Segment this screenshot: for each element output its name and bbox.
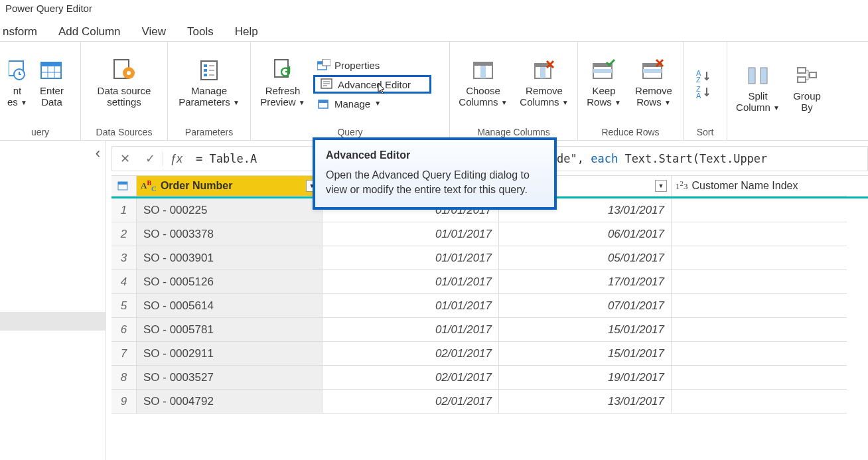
menu-tools[interactable]: Tools [187,25,214,38]
filter-icon[interactable]: ▼ [655,180,667,192]
table-row[interactable]: 9SO - 000479202/01/201713/01/2017 [111,390,868,414]
cell-customer-index[interactable] [672,270,847,294]
cell-date-1[interactable]: 02/01/2017 [323,390,499,414]
cell-order-number[interactable]: SO - 0005614 [137,294,323,318]
svg-rect-32 [540,67,545,78]
table-row[interactable]: 2SO - 000337801/01/201706/01/2017 [111,222,868,246]
cell-date-1[interactable]: 01/01/2017 [323,270,499,294]
cell-order-number[interactable]: SO - 000225 [137,198,323,222]
table-row[interactable]: 5SO - 000561401/01/201707/01/2017 [111,294,868,318]
svg-rect-47 [810,72,816,78]
cell-order-number[interactable]: SO - 0003901 [137,246,323,270]
sort-desc-button[interactable]: ZA [696,85,715,100]
split-column-button[interactable]: SplitColumn ▼ [731,62,784,117]
query-item[interactable] [0,312,106,331]
menu-transform[interactable]: nsform [3,25,37,38]
row-number: 4 [111,270,137,294]
cursor-icon [378,83,387,94]
cell-order-number[interactable]: SO - 0002911 [137,342,323,366]
cell-customer-index[interactable] [672,390,847,414]
cell-order-number[interactable]: SO - 0004792 [137,390,323,414]
cell-date-2[interactable]: 13/01/2017 [499,390,672,414]
menu-bar: nsform Add Column View Tools Help [0,20,868,41]
cell-date-2[interactable]: 17/01/2017 [499,270,672,294]
menu-help[interactable]: Help [235,25,258,38]
sort-asc-icon: AZ [696,69,715,84]
collapse-queries-button[interactable]: ‹ [90,141,106,166]
advanced-editor-button[interactable]: Advanced Editor [313,75,431,94]
cell-date-1[interactable]: 01/01/2017 [323,318,499,342]
recent-icon [9,58,26,82]
cancel-formula-button[interactable]: ✕ [112,151,137,166]
enter-data-button[interactable]: EnterData [33,57,70,112]
manage-button[interactable]: Manage ▼ [313,96,431,111]
cell-customer-index[interactable] [672,342,847,366]
svg-rect-46 [798,77,806,82]
cell-date-1[interactable]: 01/01/2017 [323,246,499,270]
table-row[interactable]: 7SO - 000291102/01/201715/01/2017 [111,342,868,366]
menu-view[interactable]: View [142,25,167,38]
row-number: 1 [111,198,137,222]
column-header-customer-name-index[interactable]: 123 Customer Name Index [672,176,847,196]
data-source-icon [111,58,137,82]
properties-icon [317,59,330,71]
group-by-button[interactable]: GroupBy [787,62,827,117]
recent-sources-button[interactable]: ntes ▼ [4,57,31,112]
parameters-icon [197,58,221,82]
cell-date-2[interactable]: 15/01/2017 [499,318,672,342]
cell-date-1[interactable]: 02/01/2017 [323,342,499,366]
sort-asc-button[interactable]: AZ [696,69,715,84]
cell-date-2[interactable]: 06/01/2017 [499,222,672,246]
text-type-icon: ABC [141,179,157,192]
cell-date-2[interactable]: 07/01/2017 [499,294,672,318]
cell-customer-index[interactable] [672,318,847,342]
svg-rect-28 [474,62,492,66]
window-title: Power Query Editor [0,0,868,20]
cell-customer-index[interactable] [672,366,847,390]
select-all-corner[interactable] [111,176,137,196]
svg-rect-20 [323,59,330,66]
row-number: 9 [111,390,137,414]
cell-order-number[interactable]: SO - 0005126 [137,270,323,294]
queries-pane: ‹ [0,141,106,460]
svg-rect-26 [319,100,328,103]
commit-formula-button[interactable]: ✓ [137,151,163,166]
keep-rows-button[interactable]: KeepRows ▼ [582,57,626,112]
svg-rect-29 [480,66,486,78]
table-row[interactable]: 4SO - 000512601/01/201717/01/2017 [111,270,868,294]
cell-date-1[interactable]: 01/01/2017 [323,222,499,246]
cell-date-2[interactable]: 15/01/2017 [499,342,672,366]
refresh-preview-button[interactable]: RefreshPreview ▼ [255,57,311,112]
remove-rows-button[interactable]: RemoveRows ▼ [628,57,679,112]
cell-order-number[interactable]: SO - 0003527 [137,366,323,390]
remove-columns-button[interactable]: RemoveColumns ▼ [515,57,573,112]
cell-date-1[interactable]: 02/01/2017 [323,366,499,390]
cell-customer-index[interactable] [672,294,847,318]
svg-text:A: A [696,92,701,100]
svg-rect-35 [593,69,612,73]
column-header-order-number[interactable]: ABC Order Number ▼ [137,176,323,196]
cell-customer-index[interactable] [672,222,847,246]
table-row[interactable]: 6SO - 000578101/01/201715/01/2017 [111,318,868,342]
svg-rect-49 [118,182,127,185]
choose-columns-button[interactable]: ChooseColumns ▼ [454,57,512,112]
menu-add-column[interactable]: Add Column [58,25,121,38]
cell-order-number[interactable]: SO - 0005781 [137,318,323,342]
row-number: 3 [111,246,137,270]
svg-rect-12 [204,69,207,72]
group-by-icon [795,64,819,88]
cell-order-number[interactable]: SO - 0003378 [137,222,323,246]
data-source-settings-button[interactable]: Data sourcesettings [85,57,163,112]
svg-rect-13 [204,74,207,76]
properties-button[interactable]: Properties [313,58,431,72]
manage-parameters-button[interactable]: ManageParameters ▼ [172,57,246,112]
cell-date-1[interactable]: 01/01/2017 [323,294,499,318]
cell-date-2[interactable]: 05/01/2017 [499,246,672,270]
cell-date-2[interactable]: 19/01/2017 [499,366,672,390]
cell-customer-index[interactable] [672,198,847,222]
row-number: 7 [111,342,137,366]
cell-customer-index[interactable] [672,246,847,270]
group-label-parameters: Parameters [172,125,246,140]
table-row[interactable]: 3SO - 000390101/01/201705/01/2017 [111,246,868,270]
table-row[interactable]: 8SO - 000352702/01/201719/01/2017 [111,366,868,390]
